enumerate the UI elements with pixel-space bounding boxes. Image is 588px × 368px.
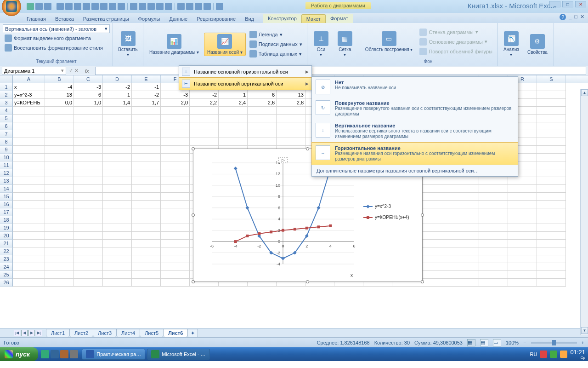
cell[interactable] <box>248 122 277 130</box>
quicklaunch-icon[interactable] <box>41 350 49 358</box>
cell[interactable] <box>537 161 566 169</box>
row-header[interactable]: 18 <box>0 216 13 224</box>
cell[interactable] <box>161 130 190 138</box>
cell[interactable] <box>74 146 103 154</box>
cell[interactable] <box>103 193 132 201</box>
doc-minimize-button[interactable]: _ <box>569 14 571 20</box>
cell[interactable] <box>508 232 537 240</box>
qat-icon[interactable] <box>156 3 164 10</box>
cell[interactable]: x <box>13 83 45 91</box>
cell[interactable] <box>103 107 132 115</box>
cell[interactable] <box>103 208 132 216</box>
cell[interactable] <box>103 169 132 177</box>
view-pagebreak-button[interactable]: ▭ <box>493 339 501 346</box>
cell[interactable] <box>13 240 45 247</box>
cell[interactable] <box>103 122 132 130</box>
cell[interactable] <box>13 169 45 177</box>
cell[interactable]: y=КОРЕНЬ <box>13 99 45 107</box>
cell[interactable] <box>74 193 103 201</box>
cell[interactable] <box>450 232 479 240</box>
row-header[interactable]: 6 <box>0 122 13 130</box>
cell[interactable] <box>132 201 161 208</box>
cell[interactable] <box>13 255 45 263</box>
cell[interactable] <box>537 138 566 146</box>
qat-icon[interactable] <box>186 3 193 10</box>
formula-input[interactable] <box>95 67 586 75</box>
cell[interactable] <box>103 115 132 122</box>
qat-icon[interactable] <box>109 3 116 10</box>
cell[interactable] <box>103 255 132 263</box>
cell[interactable] <box>161 154 190 161</box>
cell[interactable] <box>161 255 190 263</box>
cell[interactable] <box>479 232 508 240</box>
qat-icon[interactable] <box>204 3 211 10</box>
cell[interactable] <box>13 208 45 216</box>
cell[interactable] <box>450 193 479 201</box>
cell[interactable] <box>103 263 132 271</box>
cell[interactable] <box>161 161 190 169</box>
chart-element-dropdown[interactable]: Вертикальная ось (значений) - заголов▾ <box>3 24 110 33</box>
sheet-tab[interactable]: Лист6 <box>163 329 188 337</box>
cell[interactable] <box>132 216 161 224</box>
cell[interactable] <box>132 279 161 287</box>
cell[interactable] <box>161 138 190 146</box>
cell[interactable]: 2,0 <box>161 99 190 107</box>
cell[interactable] <box>450 201 479 208</box>
cell[interactable]: -2 <box>103 83 132 91</box>
row-header[interactable]: 21 <box>0 240 13 247</box>
language-indicator[interactable]: RU <box>530 351 537 357</box>
cell[interactable] <box>45 146 74 154</box>
name-box[interactable]: Диаграмма 1▾ <box>2 67 66 75</box>
cell[interactable] <box>479 271 508 279</box>
cell[interactable] <box>74 115 103 122</box>
cell[interactable] <box>45 201 74 208</box>
qat-icon[interactable] <box>91 3 99 10</box>
cell[interactable] <box>161 146 190 154</box>
cell[interactable] <box>74 154 103 161</box>
cell[interactable] <box>132 138 161 146</box>
cell[interactable] <box>74 224 103 232</box>
cell[interactable] <box>132 122 161 130</box>
cell[interactable]: 1,4 <box>103 99 132 107</box>
cell[interactable] <box>161 208 190 216</box>
cell[interactable] <box>103 279 132 287</box>
cell[interactable] <box>45 161 74 169</box>
cell[interactable] <box>103 247 132 255</box>
cell[interactable] <box>103 216 132 224</box>
cell[interactable] <box>508 271 537 279</box>
row-header[interactable]: 10 <box>0 154 13 161</box>
cell[interactable] <box>45 216 74 224</box>
cell[interactable] <box>13 216 45 224</box>
cell[interactable] <box>537 193 566 201</box>
cell[interactable] <box>132 177 161 185</box>
cell[interactable] <box>421 208 450 216</box>
cell[interactable] <box>132 263 161 271</box>
cell[interactable] <box>132 185 161 193</box>
cell[interactable] <box>219 115 248 122</box>
cell[interactable] <box>45 107 74 115</box>
view-normal-button[interactable]: ▦ <box>467 339 475 346</box>
cell[interactable] <box>537 169 566 177</box>
cell[interactable]: -3 <box>74 83 103 91</box>
cell[interactable] <box>74 240 103 247</box>
cell[interactable] <box>508 224 537 232</box>
cell[interactable] <box>45 240 74 247</box>
cell[interactable] <box>508 240 537 247</box>
cell[interactable] <box>45 271 74 279</box>
cell[interactable] <box>13 247 45 255</box>
row-header[interactable]: 12 <box>0 169 13 177</box>
cell[interactable] <box>450 263 479 271</box>
select-all-corner[interactable] <box>0 75 13 83</box>
reset-style-button[interactable]: Восстановить форматирование стиля <box>3 43 110 52</box>
tray-icon[interactable] <box>560 351 567 358</box>
cell[interactable] <box>13 177 45 185</box>
scroll-down-button[interactable]: ▼ <box>581 327 588 334</box>
column-header[interactable]: D <box>103 75 132 83</box>
cell[interactable] <box>248 115 277 122</box>
cell[interactable]: 2,8 <box>277 99 305 107</box>
cell[interactable] <box>508 193 537 201</box>
cell[interactable] <box>537 263 566 271</box>
cell[interactable] <box>45 247 74 255</box>
cell[interactable]: 1,0 <box>74 99 103 107</box>
row-header[interactable]: 22 <box>0 247 13 255</box>
